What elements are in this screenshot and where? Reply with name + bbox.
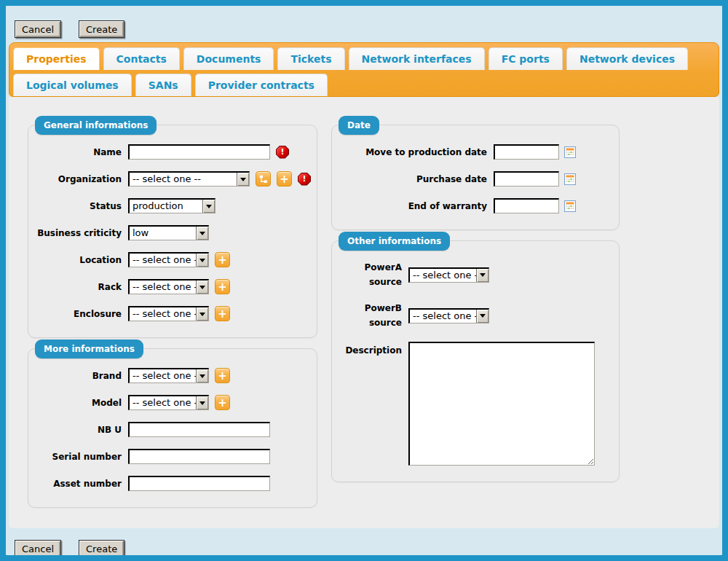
- location-label: Location: [34, 253, 122, 267]
- add-brand-button[interactable]: +: [215, 368, 230, 383]
- tab-contacts[interactable]: Contacts: [103, 47, 180, 70]
- brand-select-value: -- select one --: [130, 369, 196, 382]
- name-label: Name: [34, 145, 122, 160]
- end-of-warranty-input[interactable]: [494, 198, 559, 213]
- calendar-icon[interactable]: [564, 200, 576, 212]
- powera-source-label: PowerA source: [338, 260, 402, 289]
- business-criticity-select[interactable]: low: [128, 225, 209, 240]
- end-of-warranty-label: End of warranty: [338, 199, 487, 213]
- field-row-asset-number: Asset number: [34, 476, 311, 491]
- tab-row-1: Properties Contacts Documents Tickets Ne…: [13, 47, 719, 70]
- powera-source-select[interactable]: -- select one --: [408, 267, 489, 283]
- field-row-nb-u: NB U: [34, 422, 311, 437]
- tab-network-interfaces[interactable]: Network interfaces: [349, 47, 485, 70]
- purchase-date-input[interactable]: [494, 171, 559, 187]
- tab-documents[interactable]: Documents: [183, 47, 274, 70]
- organization-hierarchy-button[interactable]: [256, 171, 271, 187]
- field-row-organization: Organization -- select one -- + !: [34, 171, 311, 187]
- field-row-powerb-source: PowerB source -- select one --: [338, 301, 613, 330]
- fieldset-title: More informations: [35, 340, 143, 358]
- serial-number-label: Serial number: [34, 450, 122, 464]
- brand-select[interactable]: -- select one --: [128, 368, 209, 383]
- fieldset-general-informations: General informations Name ! Organization…: [28, 125, 317, 338]
- model-label: Model: [34, 396, 122, 410]
- cancel-button[interactable]: Cancel: [15, 20, 61, 38]
- field-row-enclosure: Enclosure -- select one -- +: [34, 306, 311, 321]
- tab-tickets[interactable]: Tickets: [277, 47, 344, 70]
- field-row-move-to-production-date: Move to production date: [338, 144, 613, 160]
- powera-source-select-value: -- select one --: [410, 269, 476, 282]
- chevron-down-icon: [476, 269, 488, 282]
- rack-select-value: -- select one --: [130, 280, 196, 294]
- status-label: Status: [34, 199, 122, 213]
- field-row-description: Description: [338, 342, 613, 466]
- tab-fc-ports[interactable]: FC ports: [488, 47, 563, 70]
- chevron-down-icon: [196, 307, 208, 321]
- chevron-down-icon: [196, 396, 208, 409]
- move-to-production-date-label: Move to production date: [338, 145, 487, 160]
- field-row-name: Name !: [34, 144, 311, 160]
- calendar-icon[interactable]: [564, 146, 576, 158]
- rack-select[interactable]: -- select one --: [128, 279, 209, 294]
- field-row-rack: Rack -- select one -- +: [34, 279, 311, 294]
- nb-u-label: NB U: [34, 423, 122, 437]
- model-select[interactable]: -- select one --: [128, 395, 209, 410]
- cancel-button[interactable]: Cancel: [15, 540, 61, 555]
- chevron-down-icon: [202, 200, 215, 213]
- asset-number-input[interactable]: [128, 476, 270, 491]
- organization-select[interactable]: -- select one --: [128, 171, 250, 187]
- fieldset-more-informations: More informations Brand -- select one --…: [28, 348, 317, 508]
- enclosure-select[interactable]: -- select one --: [128, 306, 209, 321]
- create-button[interactable]: Create: [79, 540, 124, 555]
- field-row-end-of-warranty: End of warranty: [338, 198, 613, 213]
- powerb-source-select[interactable]: -- select one --: [408, 308, 489, 323]
- powerb-source-label: PowerB source: [338, 301, 402, 330]
- description-label: Description: [338, 342, 402, 358]
- name-input[interactable]: [128, 144, 270, 160]
- create-button[interactable]: Create: [79, 20, 124, 38]
- field-row-location: Location -- select one -- +: [34, 252, 311, 267]
- rack-label: Rack: [34, 280, 122, 294]
- field-row-status: Status production: [34, 198, 311, 213]
- organization-select-value: -- select one --: [130, 173, 237, 186]
- field-row-business-criticity: Business criticity low: [34, 225, 311, 240]
- tab-bar: Properties Contacts Documents Tickets Ne…: [9, 42, 719, 97]
- location-select[interactable]: -- select one --: [128, 252, 209, 267]
- tab-row-2: Logical volumes SANs Provider contracts: [13, 74, 719, 96]
- tab-sans[interactable]: SANs: [135, 74, 191, 96]
- fieldset-title: Date: [339, 116, 379, 135]
- chevron-down-icon: [237, 173, 249, 186]
- calendar-icon[interactable]: [564, 173, 576, 185]
- description-textarea[interactable]: [408, 342, 595, 466]
- serial-number-input[interactable]: [128, 449, 270, 464]
- tab-panel-properties: General informations Name ! Organization…: [9, 97, 719, 528]
- validation-error-icon: !: [298, 173, 311, 186]
- move-to-production-date-input[interactable]: [494, 144, 559, 160]
- tab-provider-contracts[interactable]: Provider contracts: [195, 74, 328, 96]
- chevron-down-icon: [196, 254, 208, 267]
- field-row-purchase-date: Purchase date: [338, 171, 613, 187]
- tab-network-devices[interactable]: Network devices: [566, 47, 688, 70]
- tab-logical-volumes[interactable]: Logical volumes: [13, 74, 132, 96]
- field-row-brand: Brand -- select one -- +: [34, 368, 311, 383]
- add-organization-button[interactable]: +: [277, 171, 292, 187]
- left-column: General informations Name ! Organization…: [28, 115, 317, 518]
- add-location-button[interactable]: +: [215, 252, 230, 267]
- organization-label: Organization: [34, 172, 122, 187]
- add-model-button[interactable]: +: [215, 395, 230, 410]
- field-row-serial-number: Serial number: [34, 449, 311, 464]
- page: Cancel Create Properties Contacts Docume…: [6, 6, 722, 555]
- nb-u-input[interactable]: [128, 422, 270, 437]
- add-rack-button[interactable]: +: [215, 279, 230, 294]
- status-select-value: production: [130, 200, 202, 213]
- right-column: Date Move to production date: [331, 115, 620, 493]
- hierarchy-icon: [259, 175, 268, 184]
- business-criticity-select-value: low: [130, 227, 196, 240]
- asset-number-label: Asset number: [34, 476, 122, 491]
- add-enclosure-button[interactable]: +: [215, 306, 230, 321]
- status-select[interactable]: production: [128, 198, 215, 213]
- field-row-model: Model -- select one -- +: [34, 395, 311, 410]
- tab-properties[interactable]: Properties: [13, 47, 100, 70]
- fieldset-title: Other informations: [339, 232, 450, 251]
- model-select-value: -- select one --: [130, 396, 196, 409]
